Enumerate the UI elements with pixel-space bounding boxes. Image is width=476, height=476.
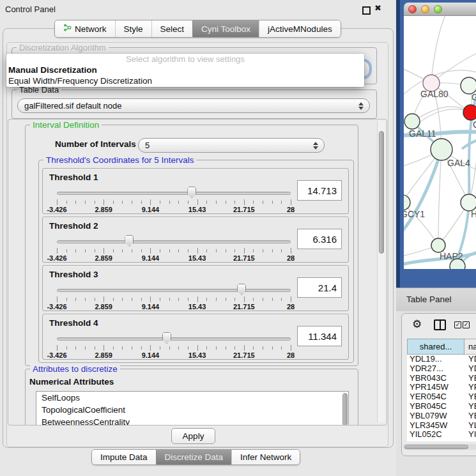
table-data-combobox[interactable]: galFiltered.sif default node (17, 98, 370, 113)
cell-shared-name: YPR145W (407, 383, 464, 392)
table-row-ybr043c[interactable]: YBR043CYBR0 (407, 374, 476, 383)
slider-handle[interactable] (125, 235, 134, 247)
apply-button[interactable]: Apply (171, 428, 215, 444)
vertical-scrollbar-thumb[interactable] (379, 131, 384, 254)
algorithm-option-manual-discretization[interactable]: Manual Discretization (6, 65, 364, 75)
network-node-hap2[interactable] (431, 238, 445, 252)
threshold-value-field[interactable]: 6.316 (297, 229, 342, 249)
threshold-slider[interactable]: -3.4262.8599.14415.4321.71528 (57, 281, 291, 311)
tick-label: 28 (287, 206, 295, 213)
table-row-yil052c[interactable]: YIL052CYIL0 (407, 430, 476, 440)
tick-label: 2.859 (95, 254, 112, 262)
tick-mark (95, 249, 95, 252)
table-row-ypr145w[interactable]: YPR145WYPR1 (407, 383, 476, 392)
slider-handle[interactable] (162, 332, 171, 344)
tab-network[interactable]: Network (55, 20, 115, 37)
tick-mark (104, 345, 104, 351)
slider-handle[interactable] (187, 187, 196, 198)
group-title: Threshold's Coordinates for 5 Intervals (43, 155, 196, 165)
threshold-slider[interactable]: -3.4262.8599.14415.4321.71528 (57, 184, 291, 213)
tab-discretize-data[interactable]: Discretize Data (156, 450, 232, 464)
tick-mark (281, 346, 282, 349)
tab-select[interactable]: Select (151, 20, 193, 37)
network-canvas[interactable]: GAL80GAL11GAL4GCY1HHAP2G.C (404, 16, 476, 269)
table-row-ydl19[interactable]: YDL19...YDL1 (407, 355, 476, 364)
table-row-yer054c[interactable]: YER054CYER0 (407, 392, 476, 402)
tab-label: jActiveMNodules (268, 24, 332, 34)
checkbox-checked-icon[interactable]: ✓ (454, 321, 461, 328)
slider-track[interactable] (57, 337, 291, 341)
table-header: shared... na (407, 339, 476, 355)
tick-mark (178, 346, 179, 349)
table-row-ybr045c[interactable]: YBR045CYBR0 (407, 402, 476, 411)
tick-mark (95, 298, 95, 301)
tab-infer-network[interactable]: Infer Network (231, 450, 300, 464)
slider-handle[interactable] (237, 284, 246, 295)
columns-icon[interactable] (434, 319, 446, 330)
interval-definition-group: Interval Definition Number of Intervals … (25, 125, 358, 366)
close-traffic-light-icon[interactable] (408, 5, 417, 13)
tick-label: 21.715 (233, 254, 255, 262)
tick-mark (197, 248, 198, 254)
checkbox-checked-icon[interactable]: ✓ (463, 321, 470, 328)
network-node-gal11[interactable] (404, 114, 420, 129)
zoom-traffic-light-icon[interactable] (434, 5, 442, 13)
node-label-c: C (473, 119, 476, 130)
threshold-value-field[interactable]: 11.344 (297, 326, 342, 346)
tick-mark (113, 346, 114, 349)
tick-mark (244, 296, 245, 302)
gear-icon[interactable]: ⚙ (412, 318, 422, 331)
horizontal-scrollbar-thumb[interactable] (404, 445, 468, 449)
tick-mark (226, 346, 226, 349)
threshold-value-field[interactable]: 21.4 (297, 277, 342, 298)
table-row-ylr345w[interactable]: YLR345WYLR3 (407, 421, 476, 431)
tab-label: Discretize Data (165, 452, 224, 462)
threshold-value-field[interactable]: 14.713 (297, 180, 342, 201)
node-label-g: G. (472, 92, 476, 102)
table-row-ydr27[interactable]: YDR27...YDR2 (407, 364, 476, 374)
tick-mark (113, 298, 114, 301)
tab-impute-data[interactable]: Impute Data (92, 450, 156, 464)
cell-shared-name: YBL079W (407, 411, 464, 421)
attribute-item-betweennesscentrality[interactable]: BetweennessCentrality (36, 416, 348, 426)
close-icon[interactable]: ✖ (374, 3, 381, 13)
tick-mark (75, 249, 76, 252)
cell-name: YDR2 (464, 364, 476, 374)
table-row-ybl079w[interactable]: YBL079WYBL0 (407, 411, 476, 421)
network-node-gcy1[interactable] (404, 195, 410, 210)
tick-mark (150, 296, 151, 302)
tab-jactivemnodules[interactable]: jActiveMNodules (259, 20, 341, 37)
network-node[interactable] (463, 105, 476, 120)
numerical-attributes-label: Numerical Attributes (29, 377, 114, 387)
tick-label: 9.144 (142, 303, 160, 311)
cell-shared-name: YBR045C (407, 402, 464, 411)
minimize-traffic-light-icon[interactable] (421, 5, 429, 13)
cell-shared-name: YBR043C (407, 374, 464, 383)
slider-track[interactable] (57, 289, 291, 292)
slider-track[interactable] (57, 192, 291, 195)
column-header-shared-name[interactable]: shared... (407, 339, 464, 355)
slider-track[interactable] (57, 240, 291, 243)
number-of-intervals-combobox[interactable]: 5 (138, 138, 325, 153)
network-window-titlebar[interactable] (404, 3, 476, 16)
algorithm-option-equal-width-frequency-discretization[interactable]: Equal Width/Frequency Discretization (6, 75, 364, 86)
tick-mark (169, 201, 170, 204)
column-header-name[interactable]: na (464, 339, 476, 355)
attribute-list-scrollbar[interactable] (342, 393, 348, 426)
threshold-slider[interactable]: -3.4262.8599.14415.4321.71528 (57, 233, 291, 262)
tick-mark (104, 296, 104, 302)
network-node-gal4[interactable] (431, 139, 452, 160)
attribute-item-selfloops[interactable]: SelfLoops (36, 392, 348, 404)
threshold-slider[interactable]: -3.4262.8599.14415.4321.71528 (57, 330, 291, 359)
float-window-icon[interactable] (362, 6, 371, 15)
tab-cyni-toolbox[interactable]: Cyni Toolbox (192, 20, 259, 37)
panel-title: Control Panel (5, 4, 56, 14)
tick-mark (160, 249, 160, 252)
network-window: GAL80GAL11GAL4GCY1HHAP2G.C (404, 3, 476, 269)
tick-label: -3.426 (47, 206, 66, 213)
tab-style[interactable]: Style (115, 20, 151, 37)
frame-edge (396, 0, 400, 288)
attribute-item-topologicalcoefficient[interactable]: TopologicalCoefficient (36, 404, 348, 416)
tick-mark (132, 346, 132, 349)
tick-mark (216, 201, 217, 204)
